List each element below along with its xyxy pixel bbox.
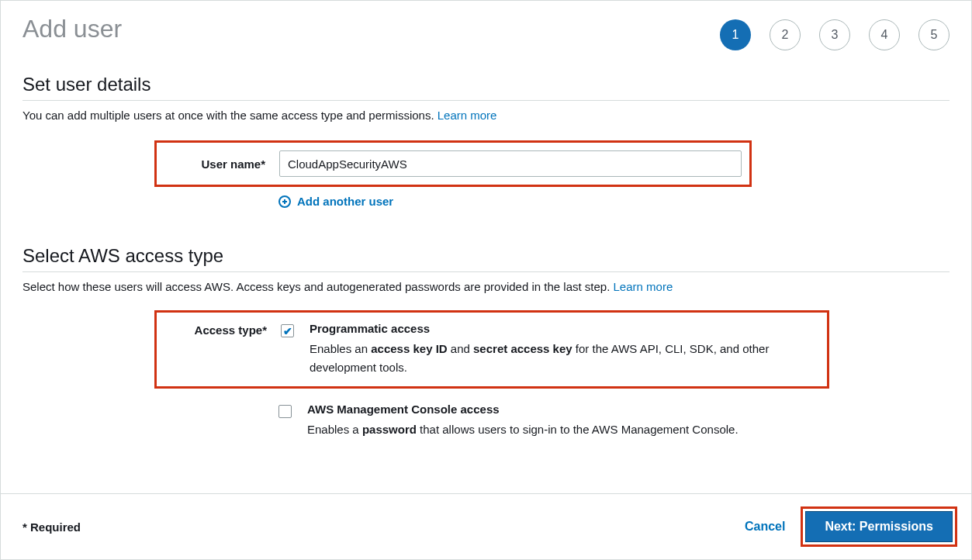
access-type-desc: Select how these users will access AWS. … bbox=[22, 280, 950, 293]
user-details-desc: You can add multiple users at once with … bbox=[22, 109, 950, 122]
console-desc: Enables a password that allows users to … bbox=[307, 420, 845, 439]
prog-bold-2: secret access key bbox=[473, 342, 572, 355]
prog-bold-1: access key ID bbox=[371, 342, 447, 355]
wizard-step-1[interactable]: 1 bbox=[720, 19, 751, 50]
cons-bold-1: password bbox=[362, 423, 417, 436]
wizard-step-5[interactable]: 5 bbox=[918, 19, 950, 50]
cons-desc-1: Enables a bbox=[307, 423, 362, 436]
console-title: AWS Management Console access bbox=[307, 403, 845, 416]
learn-more-link-user[interactable]: Learn more bbox=[438, 109, 497, 122]
programmatic-desc: Enables an access key ID and secret acce… bbox=[310, 340, 811, 377]
access-type-title: Select AWS access type bbox=[22, 245, 950, 272]
username-label: User name* bbox=[163, 157, 279, 171]
section-access-type: Select AWS access type Select how these … bbox=[22, 245, 950, 439]
add-another-user-label: Add another user bbox=[297, 195, 393, 208]
access-type-label: Access type* bbox=[164, 322, 281, 337]
page-title: Add user bbox=[22, 15, 122, 43]
user-details-desc-text: You can add multiple users at once with … bbox=[22, 109, 438, 122]
username-input[interactable] bbox=[279, 150, 742, 177]
next-button-highlight: Next: Permissions bbox=[801, 506, 957, 547]
section-user-details: Set user details You can add multiple us… bbox=[22, 74, 950, 208]
next-permissions-button[interactable]: Next: Permissions bbox=[805, 511, 953, 542]
footer: * Required Cancel Next: Permissions bbox=[1, 493, 971, 559]
prog-desc-1: Enables an bbox=[310, 342, 371, 355]
programmatic-title: Programmatic access bbox=[310, 322, 811, 335]
wizard-steps: 1 2 3 4 5 bbox=[720, 19, 950, 50]
username-highlight: User name* bbox=[154, 140, 752, 187]
prog-desc-2: and bbox=[448, 342, 473, 355]
wizard-step-3[interactable]: 3 bbox=[819, 19, 850, 50]
wizard-step-2[interactable]: 2 bbox=[770, 19, 801, 50]
console-access-option: AWS Management Console access Enables a … bbox=[278, 403, 845, 439]
programmatic-checkbox[interactable] bbox=[281, 324, 294, 337]
cons-desc-2: that allows users to sign-in to the AWS … bbox=[417, 423, 739, 436]
plus-icon bbox=[278, 195, 291, 208]
console-checkbox[interactable] bbox=[278, 405, 292, 418]
add-another-user[interactable]: Add another user bbox=[278, 195, 950, 208]
access-type-desc-text: Select how these users will access AWS. … bbox=[22, 280, 614, 293]
user-details-title: Set user details bbox=[22, 74, 950, 101]
cancel-button[interactable]: Cancel bbox=[745, 520, 785, 534]
access-type-highlight: Access type* Programmatic access Enables… bbox=[154, 310, 829, 389]
wizard-step-4[interactable]: 4 bbox=[869, 19, 900, 50]
required-label: * Required bbox=[22, 520, 81, 534]
learn-more-link-access[interactable]: Learn more bbox=[614, 280, 673, 293]
